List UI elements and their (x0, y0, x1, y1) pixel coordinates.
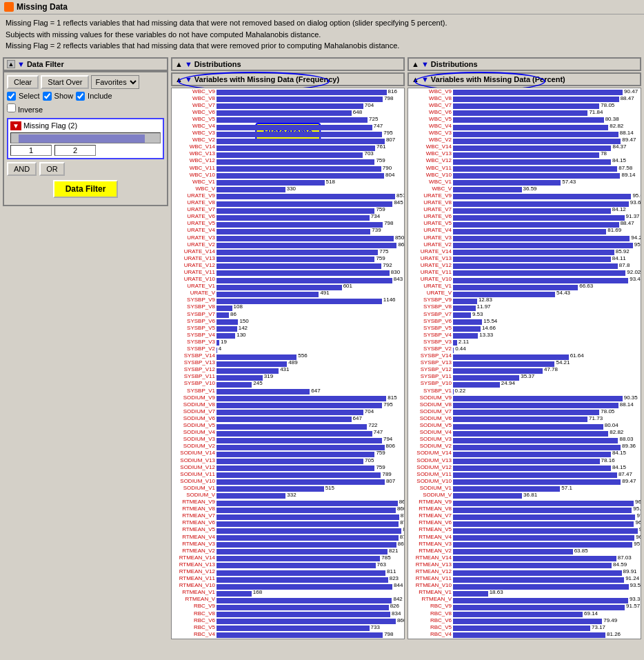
bar-label: RTMEAN_V (172, 596, 217, 602)
bar-label: SODIUM_V10 (408, 478, 453, 484)
bar-value: 821 (389, 548, 398, 553)
bar-container: 63.85 (453, 548, 641, 553)
bar-container: 82.82 (453, 430, 641, 435)
bar-fill (453, 472, 617, 478)
bar-fill (453, 110, 587, 116)
select-checkbox[interactable] (7, 92, 16, 101)
and-button[interactable]: AND (7, 162, 37, 176)
bar-fill (217, 250, 378, 255)
list-item: SYSBP_V4 13.33 (408, 332, 641, 338)
inverse-checkbox[interactable] (7, 103, 16, 112)
bar-container: 12.83 (453, 297, 641, 303)
filter-arrow: ▼ (17, 60, 25, 68)
list-item: RTMEAN_V13 763 (172, 561, 404, 568)
list-item: SODIUM_V9 90.35 (408, 394, 641, 401)
bar-fill (217, 139, 385, 144)
start-over-button[interactable]: Start Over (41, 75, 89, 89)
list-item: WBC_V 36.59 (408, 186, 641, 192)
bar-value: 759 (376, 207, 385, 212)
slider-track[interactable] (10, 132, 161, 143)
bar-label: SYSBP_V9 (172, 297, 217, 303)
bar-fill (217, 270, 390, 276)
logic-row: AND OR (7, 162, 164, 176)
list-item: URATE_V1 601 (172, 283, 404, 289)
bar-fill (453, 187, 522, 192)
or-button[interactable]: OR (39, 162, 65, 176)
bar-container: 130 (217, 332, 404, 337)
bar-label: WBC_V2 (172, 137, 217, 143)
range-max-input[interactable] (54, 145, 96, 156)
bar-container: 82.82 (453, 123, 641, 129)
bar-label: WBC_V10 (172, 172, 217, 178)
bar-container: 88.14 (453, 401, 641, 407)
list-item: URATE_V5 798 (172, 220, 404, 226)
bar-label: RTMEAN_V5 (408, 526, 453, 532)
bar-fill (453, 598, 628, 603)
list-item: RTMEAN_V8 860 (172, 506, 404, 512)
list-item: RTMEAN_V9 96.34 (408, 499, 641, 505)
bar-label: URATE_V11 (172, 269, 217, 275)
bar-value: 647 (353, 415, 362, 421)
bar-container: 722 (217, 423, 404, 428)
bar-value: 82.82 (610, 123, 623, 129)
bar-value: 4 (219, 346, 221, 352)
clear-button[interactable]: Clear (7, 75, 39, 89)
list-item: RTMEAN_V10 844 (172, 582, 404, 588)
list-item: SODIUM_V2 89.36 (408, 443, 641, 449)
include-checkbox[interactable] (76, 92, 85, 101)
range-min-input[interactable] (10, 145, 52, 156)
list-item: URATE_V9 95.01 (408, 192, 641, 199)
bar-container: 759 (217, 255, 404, 261)
bar-container: 747 (217, 430, 404, 435)
freq-sub-collapse-btn[interactable]: ▲ (175, 75, 183, 83)
bar-fill (453, 243, 633, 248)
bar-container: 0.22 (453, 388, 641, 393)
bar-label: URATE_V3 (408, 234, 453, 241)
bar-container: 90.35 (453, 394, 641, 400)
bar-value: 91.37 (626, 214, 640, 219)
bar-value: 73.17 (592, 624, 605, 630)
bar-fill (453, 389, 454, 394)
pct-sub-collapse-btn[interactable]: ▲ (412, 75, 419, 83)
pct-subheader-label: Variables with Missing Data (Percent) (431, 75, 565, 83)
bar-value: 36.59 (523, 186, 537, 191)
list-item: RTMEAN_V2 821 (172, 548, 404, 554)
bar-value: 860 (397, 506, 404, 512)
list-item: SODIUM_V 36.81 (408, 492, 641, 498)
bar-container: 36.81 (453, 492, 641, 497)
bar-fill (453, 493, 522, 499)
bar-container: 97.24 (453, 513, 641, 519)
bar-value: 811 (387, 569, 396, 574)
bar-container: 84.12 (453, 207, 641, 212)
pct-collapse-btn[interactable]: ▲ (412, 60, 419, 68)
bar-value: 90.35 (624, 394, 638, 400)
bar-value: 71.73 (589, 415, 603, 421)
list-item: SODIUM_V13 705 (172, 457, 404, 463)
bar-container: 108 (217, 304, 404, 310)
bar-fill (453, 577, 624, 583)
bar-label: SODIUM_V12 (172, 464, 217, 470)
bar-fill (453, 222, 619, 228)
bar-value: 15.54 (483, 318, 497, 323)
bar-fill (453, 348, 454, 353)
collapse-button[interactable]: ▲ (7, 60, 15, 68)
bar-value: 319 (264, 374, 273, 379)
show-checkbox[interactable] (43, 92, 52, 101)
bar-container: 807 (217, 478, 404, 483)
bar-value: 704 (365, 408, 374, 414)
bar-label: WBC_V4 (172, 123, 217, 129)
bar-value: 95.34 (633, 506, 641, 512)
bar-label: URATE_V9 (408, 192, 453, 199)
bar-container: 142 (217, 325, 404, 330)
bar-fill (217, 132, 382, 137)
bar-container: 88.47 (453, 95, 641, 101)
bar-fill (217, 348, 217, 353)
data-filter-button[interactable]: Data Filter (53, 180, 119, 198)
bar-fill (453, 438, 618, 443)
window-icon (4, 2, 14, 12)
list-item: URATE_V14 85.92 (408, 248, 641, 254)
bar-value: 775 (379, 248, 388, 254)
list-item: SODIUM_V5 80.04 (408, 422, 641, 428)
favorites-dropdown[interactable]: Favorites (91, 75, 139, 89)
freq-collapse-btn[interactable]: ▲ (175, 60, 183, 68)
